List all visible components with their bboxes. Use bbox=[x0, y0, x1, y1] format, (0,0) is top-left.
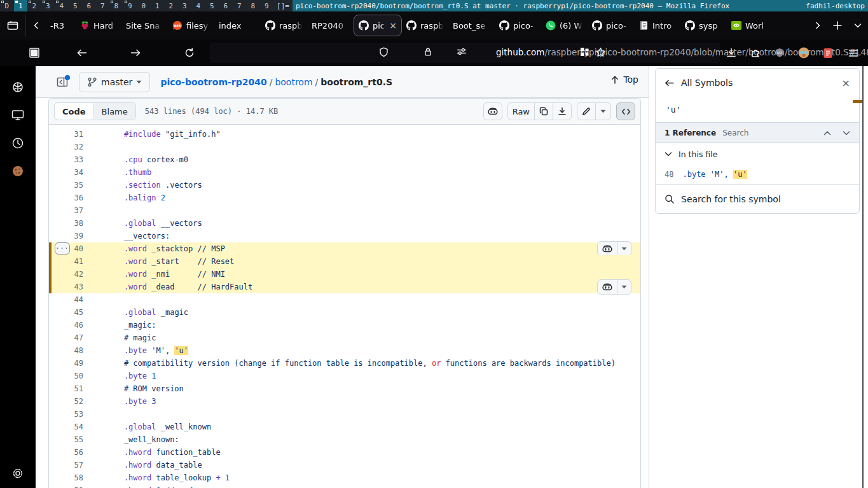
url-bar[interactable]: github.com/raspberrypi/pico-bootrom-rp20… bbox=[210, 43, 720, 63]
workspace-tag-3[interactable]: 3 bbox=[41, 0, 55, 11]
in-this-file-group[interactable]: In this file bbox=[656, 143, 859, 165]
settings-button[interactable] bbox=[11, 466, 25, 480]
workspace-tag-7[interactable]: 7 bbox=[96, 0, 110, 11]
branch-selector-button[interactable]: master bbox=[79, 72, 150, 92]
workspace-tag-1[interactable]: 1 bbox=[151, 0, 165, 11]
copy-button[interactable] bbox=[534, 103, 553, 120]
forward-button[interactable] bbox=[125, 43, 146, 63]
line-number[interactable]: 54 bbox=[49, 422, 83, 431]
code-tab[interactable]: Code bbox=[55, 103, 94, 120]
browser-tab-7[interactable]: RP2040 bbox=[307, 15, 354, 36]
workspace-tag-2[interactable]: 2 bbox=[27, 0, 41, 11]
line-number[interactable]: 57 bbox=[49, 461, 83, 470]
app-menu-button[interactable] bbox=[843, 43, 864, 63]
download-raw-button[interactable] bbox=[553, 103, 571, 120]
extension-doc-button[interactable] bbox=[818, 43, 838, 63]
line-number[interactable]: 49 bbox=[49, 359, 83, 368]
search-label[interactable]: Search bbox=[722, 129, 748, 137]
browser-tab-14[interactable]: Intro bbox=[634, 15, 680, 36]
edit-dropdown-button[interactable] bbox=[595, 103, 610, 120]
tab-close-button[interactable]: × bbox=[389, 21, 397, 30]
line-number[interactable]: 52 bbox=[49, 397, 83, 406]
scroll-tabs-left-button[interactable] bbox=[27, 15, 46, 36]
scroll-tabs-right-button[interactable] bbox=[808, 15, 827, 36]
workspace-tag-D[interactable]: D bbox=[0, 0, 14, 11]
copilot-line-dropdown[interactable] bbox=[617, 280, 631, 294]
tab-manager-button[interactable] bbox=[24, 43, 45, 63]
workspace-tag-8[interactable]: 8 bbox=[246, 0, 260, 11]
tracking-protection-icon[interactable] bbox=[379, 47, 389, 57]
workspace-tag-6[interactable]: 6 bbox=[219, 0, 233, 11]
line-number[interactable]: 36 bbox=[49, 193, 83, 202]
line-number[interactable]: 43 bbox=[49, 282, 83, 291]
workspace-tag-4[interactable]: 4 bbox=[191, 0, 205, 11]
copilot-line-dropdown[interactable] bbox=[617, 242, 631, 256]
sidebar-history-button[interactable] bbox=[11, 136, 25, 150]
page-scrollbar[interactable] bbox=[862, 66, 864, 488]
line-number[interactable]: 58 bbox=[49, 473, 83, 482]
adblock-button[interactable]: UO bbox=[769, 43, 790, 63]
prev-reference-button[interactable] bbox=[823, 130, 831, 136]
expand-hunk-button[interactable]: ··· bbox=[55, 242, 70, 254]
line-number[interactable]: 45 bbox=[49, 308, 83, 317]
browser-tab-10[interactable]: Boot_se bbox=[448, 15, 495, 36]
reload-button[interactable] bbox=[179, 43, 200, 63]
browser-tab-9[interactable]: raspb bbox=[402, 15, 448, 36]
account-button[interactable] bbox=[794, 43, 814, 63]
workspace-tag-3[interactable]: 3 bbox=[178, 0, 192, 11]
workspace-tag-7[interactable]: 7 bbox=[233, 0, 247, 11]
line-number[interactable]: 35 bbox=[49, 181, 83, 190]
line-number[interactable]: 48 bbox=[49, 346, 83, 355]
workspace-tag-0[interactable]: 0 bbox=[137, 0, 151, 11]
browser-tab-3[interactable]: Site Sna bbox=[121, 15, 168, 36]
all-symbols-label[interactable]: All Symbols bbox=[681, 78, 733, 88]
expand-file-tree-button[interactable] bbox=[52, 72, 72, 92]
workspace-tag-6[interactable]: 6 bbox=[82, 0, 96, 11]
line-number[interactable]: 38 bbox=[49, 219, 83, 228]
copilot-line-button[interactable] bbox=[598, 242, 617, 256]
browser-tab-12[interactable]: (6) W bbox=[541, 15, 588, 36]
copilot-line-button[interactable] bbox=[598, 280, 617, 294]
new-tab-button[interactable] bbox=[827, 15, 848, 36]
browser-tab-4[interactable]: askfilesy bbox=[168, 15, 214, 36]
reference-result-row[interactable]: 48 .byte 'M', 'u' bbox=[656, 165, 859, 184]
back-button[interactable] bbox=[72, 43, 92, 63]
raw-button[interactable]: Raw bbox=[508, 103, 534, 120]
list-all-tabs-button[interactable] bbox=[848, 15, 868, 36]
back-arrow-icon[interactable] bbox=[665, 79, 675, 87]
line-number[interactable]: 37 bbox=[49, 206, 83, 215]
workspace-tag-5[interactable]: 5 bbox=[205, 0, 219, 11]
line-number[interactable]: 55 bbox=[49, 435, 83, 444]
workspace-tag-9[interactable]: 9 bbox=[123, 0, 137, 11]
blame-tab[interactable]: Blame bbox=[94, 103, 135, 120]
line-number[interactable]: 53 bbox=[49, 410, 83, 419]
line-number[interactable]: 32 bbox=[49, 143, 83, 151]
sidebar-screen-share-button[interactable] bbox=[11, 108, 25, 122]
workspace-tag-4[interactable]: 4 bbox=[55, 0, 69, 11]
line-number[interactable]: 46 bbox=[49, 321, 83, 330]
browser-tab-1[interactable]: -R3 bbox=[46, 15, 75, 36]
back-to-top-link[interactable]: Top bbox=[610, 74, 638, 85]
next-reference-button[interactable] bbox=[843, 130, 850, 136]
browser-tab-16[interactable]: Worl bbox=[727, 15, 773, 36]
workspace-tag-8[interactable]: 8 bbox=[109, 0, 123, 11]
workspace-tag-5[interactable]: 5 bbox=[69, 0, 83, 11]
browser-tab-6[interactable]: raspb bbox=[261, 15, 307, 36]
browser-tab-5[interactable]: index bbox=[214, 15, 261, 36]
sidebar-cookies-button[interactable] bbox=[11, 164, 25, 178]
browser-tab-8[interactable]: pic× bbox=[354, 15, 402, 36]
workspace-tag-2[interactable]: 2 bbox=[164, 0, 178, 11]
sidebar-assistant-button[interactable] bbox=[11, 80, 25, 94]
line-number[interactable]: 44 bbox=[49, 295, 83, 304]
line-number[interactable]: 41 bbox=[49, 257, 83, 266]
breadcrumb-dir-link[interactable]: bootrom bbox=[275, 77, 312, 87]
copilot-button[interactable] bbox=[483, 102, 502, 120]
extension-grid-icon[interactable] bbox=[580, 47, 589, 57]
line-number[interactable]: 42 bbox=[49, 270, 83, 279]
line-number[interactable]: 34 bbox=[49, 168, 83, 177]
line-number[interactable]: 50 bbox=[49, 372, 83, 380]
edit-button[interactable] bbox=[577, 103, 595, 120]
browser-tab-15[interactable]: sysp bbox=[680, 15, 727, 36]
close-icon[interactable]: × bbox=[842, 77, 850, 89]
bookmark-star-icon[interactable] bbox=[595, 47, 606, 57]
